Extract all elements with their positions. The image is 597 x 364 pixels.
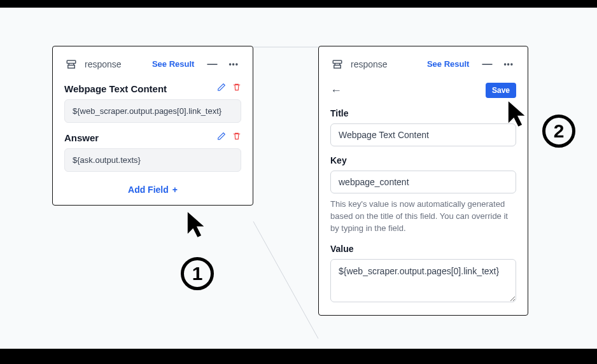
more-menu-button[interactable]: ••• <box>226 59 241 69</box>
key-input[interactable] <box>330 171 516 193</box>
svg-line-1 <box>253 221 318 339</box>
more-menu-button[interactable]: ••• <box>501 59 516 69</box>
back-button[interactable]: ← <box>330 85 342 96</box>
cursor-icon <box>186 210 207 239</box>
see-result-link[interactable]: See Result <box>423 57 473 71</box>
field-block: Webpage Text Content ${web_scraper.outpu… <box>64 83 241 123</box>
field-editor-panel: response See Result — ••• ← Save Title K… <box>318 46 528 316</box>
collapse-button[interactable]: — <box>204 58 220 71</box>
editor-canvas: response See Result — ••• Webpage Text C… <box>0 8 597 349</box>
svg-rect-2 <box>67 60 76 64</box>
field-title: Answer <box>64 132 99 143</box>
field-header: Webpage Text Content <box>64 83 241 94</box>
field-block: Answer ${ask.output.texts} <box>64 132 241 172</box>
value-label: Value <box>330 244 516 254</box>
title-input[interactable] <box>330 123 516 146</box>
panel-title: response <box>351 59 417 69</box>
field-title: Webpage Text Content <box>64 83 167 94</box>
collapse-button[interactable]: — <box>479 58 495 71</box>
svg-rect-3 <box>333 60 342 64</box>
editor-toolbar: ← Save <box>330 83 516 98</box>
edit-icon[interactable] <box>217 83 226 94</box>
key-help-text: This key's value is now automatically ge… <box>330 199 516 235</box>
panel-title: response <box>85 59 142 69</box>
key-label: Key <box>330 155 516 165</box>
response-panel: response See Result — ••• Webpage Text C… <box>52 46 253 206</box>
add-field-label: Add Field <box>128 185 169 195</box>
save-button[interactable]: Save <box>486 83 516 98</box>
step-badge-1: 1 <box>181 257 214 290</box>
delete-icon[interactable] <box>232 132 241 143</box>
add-field-button[interactable]: Add Field + <box>64 181 241 195</box>
field-header: Answer <box>64 132 241 143</box>
field-value[interactable]: ${ask.output.texts} <box>64 148 241 172</box>
output-icon <box>64 57 78 71</box>
step-badge-2: 2 <box>542 115 575 148</box>
value-textarea[interactable] <box>330 259 516 302</box>
panel-header: response See Result — ••• <box>330 57 516 71</box>
delete-icon[interactable] <box>232 83 241 94</box>
panel-header: response See Result — ••• <box>64 57 241 71</box>
edit-icon[interactable] <box>217 132 226 143</box>
see-result-link[interactable]: See Result <box>148 57 198 71</box>
field-value[interactable]: ${web_scraper.output.pages[0].link_text} <box>64 99 241 123</box>
output-icon <box>330 57 344 71</box>
plus-icon: + <box>172 185 178 195</box>
title-label: Title <box>330 108 516 118</box>
